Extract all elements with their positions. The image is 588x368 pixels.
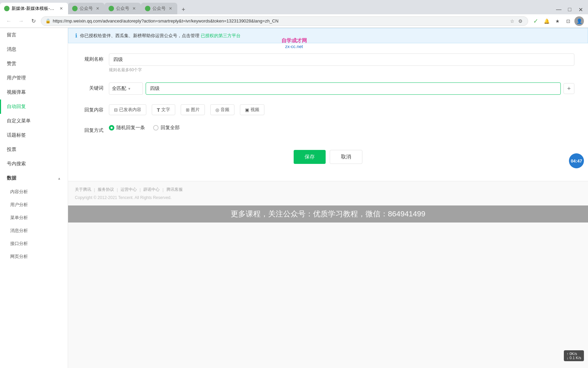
sidebar-group-data[interactable]: 数据 ▲ — [0, 171, 68, 185]
form-area: 规则名称 规则名最多60个字 关键词 全匹配 ▼ + — [68, 43, 588, 181]
sidebar-item-auto-reply[interactable]: 自动回复 — [0, 99, 68, 114]
footer-link-support[interactable]: 腾讯客服 — [166, 187, 183, 193]
cancel-button[interactable]: 取消 — [330, 150, 362, 164]
tab-favicon-1 — [4, 6, 10, 11]
download-speed: ↓ 0.1 K/s — [567, 356, 581, 360]
new-tab-button[interactable]: + — [179, 5, 188, 14]
chevron-up-icon: ▲ — [58, 177, 61, 180]
sidebar-item-vote[interactable]: 投票 — [0, 142, 68, 157]
url-bar[interactable]: 🔒 https://mp.weixin.qq.com/advanced/auto… — [41, 16, 528, 26]
keyword-label: 关键词 — [82, 82, 109, 91]
reply-btn-video[interactable]: ▣ 视频 — [240, 104, 264, 115]
sidebar-sub-user-analysis[interactable]: 用户分析 — [0, 198, 68, 211]
reply-method-all[interactable]: 回复全部 — [153, 125, 180, 131]
published-icon: ⊟ — [114, 107, 118, 112]
footer-link-terms[interactable]: 服务协议 — [98, 187, 114, 193]
keyword-control: 全匹配 ▼ + — [109, 82, 574, 95]
radio-all-dot — [153, 125, 159, 131]
reply-btn-text[interactable]: T 文字 — [152, 104, 175, 115]
reload-button[interactable]: ↻ — [29, 16, 38, 26]
info-banner-link[interactable]: 已授权的第三方平台 — [201, 33, 241, 38]
footer-copyright: Copyright © 2012-2021 Tencent. All Right… — [75, 195, 581, 200]
sidebar-item-messages[interactable]: 消息 — [0, 42, 68, 57]
sidebar-sub-page-analysis[interactable]: 网页分析 — [0, 250, 68, 263]
sidebar-item-video-danmu[interactable]: 视频弹幕 — [0, 85, 68, 99]
reply-btn-published[interactable]: ⊟ 已发表内容 — [109, 104, 146, 115]
rule-name-label: 规则名称 — [82, 53, 109, 62]
address-bar: ← → ↻ 🔒 https://mp.weixin.qq.com/advance… — [0, 14, 588, 28]
save-button[interactable]: 保存 — [294, 150, 326, 164]
bookmark-icon[interactable]: ☆ — [509, 18, 516, 25]
profile-btn[interactable]: 👤 — [574, 16, 584, 26]
restore-button[interactable]: □ — [565, 5, 574, 14]
rule-name-hint: 规则名最多60个字 — [109, 67, 574, 73]
reply-method-random[interactable]: 随机回复一条 — [109, 125, 145, 131]
reply-content-buttons: ⊟ 已发表内容 T 文字 ⊞ 图片 ◎ 音频 — [109, 104, 574, 115]
keyword-input-row: 全匹配 ▼ + — [109, 82, 574, 95]
info-icon: ℹ — [75, 32, 77, 39]
forward-button[interactable]: → — [16, 16, 26, 26]
footer-link-operations[interactable]: 运营中心 — [120, 187, 137, 193]
tab-1[interactable]: 新媒体-新媒体模板-新媒体图片… ✕ — [0, 3, 68, 14]
reply-method-control: 随机回复一条 回复全部 — [109, 125, 574, 131]
tab-bar: 新媒体-新媒体模板-新媒体图片… ✕ 公众号 ✕ 公众号 ✕ 公众号 ✕ + —… — [0, 0, 588, 14]
reply-content-row: 回复内容 ⊟ 已发表内容 T 文字 ⊞ 图片 — [82, 104, 574, 115]
page-wrapper: 留言 消息 赞赏 用户管理 视频弹幕 自动回复 自定义菜单 话题标签 投票 号内… — [0, 28, 588, 368]
extension-btn-2[interactable]: 🔔 — [542, 16, 551, 26]
image-icon: ⊞ — [186, 107, 190, 112]
add-keyword-button[interactable]: + — [564, 83, 574, 94]
close-window-button[interactable]: ✕ — [576, 5, 585, 14]
tab-title-4: 公众号 — [152, 5, 166, 12]
extension-btn-4[interactable]: ⊡ — [564, 16, 573, 26]
tab-close-1[interactable]: ✕ — [59, 6, 64, 11]
reply-btn-audio[interactable]: ◎ 音频 — [210, 104, 234, 115]
browser-actions: ✓ 🔔 ★ ⊡ 👤 — [531, 16, 584, 26]
sidebar-sub-content-analysis[interactable]: 内容分析 — [0, 185, 68, 198]
radio-random-dot — [109, 125, 114, 131]
sidebar-item-user-manage[interactable]: 用户管理 — [0, 71, 68, 85]
upload-speed: ↑ 0K/s — [567, 352, 581, 356]
tab-3[interactable]: 公众号 ✕ — [104, 3, 141, 14]
tab-close-3[interactable]: ✕ — [131, 6, 137, 11]
sidebar-item-search[interactable]: 号内搜索 — [0, 157, 68, 171]
keyword-value-input[interactable] — [146, 82, 561, 95]
extension-icon[interactable]: ⚙ — [517, 18, 524, 25]
info-banner: ℹ 你已授权给壹伴、西瓜集、新榜帮助你运营公众号，点击管理 已授权的第三方平台 — [68, 28, 588, 43]
footer-link-about[interactable]: 关于腾讯 — [75, 187, 91, 193]
info-banner-text: 你已授权给壹伴、西瓜集、新榜帮助你运营公众号，点击管理 已授权的第三方平台 — [80, 33, 241, 39]
reply-content-control: ⊟ 已发表内容 T 文字 ⊞ 图片 ◎ 音频 — [109, 104, 574, 115]
tab-close-4[interactable]: ✕ — [168, 6, 173, 11]
lock-icon: 🔒 — [45, 18, 51, 24]
sidebar-sub-menu-analysis[interactable]: 菜单分析 — [0, 211, 68, 224]
window-controls: — □ ✕ — [554, 5, 588, 14]
sidebar-item-custom-menu[interactable]: 自定义菜单 — [0, 114, 68, 128]
extension-btn-1[interactable]: ✓ — [531, 16, 540, 26]
rule-name-input[interactable] — [109, 53, 574, 66]
footer-link-rumor[interactable]: 辟谣中心 — [143, 187, 160, 193]
rule-name-control: 规则名最多60个字 — [109, 53, 574, 73]
tab-4[interactable]: 公众号 ✕ — [141, 3, 177, 14]
tab-title-2: 公众号 — [80, 5, 93, 12]
back-button[interactable]: ← — [4, 16, 14, 26]
extension-btn-3[interactable]: ★ — [553, 16, 562, 26]
minimize-button[interactable]: — — [554, 5, 564, 14]
sidebar-item-topic-tags[interactable]: 话题标签 — [0, 128, 68, 142]
sidebar-item-appreciation[interactable]: 赞赏 — [0, 57, 68, 71]
reply-method-options: 随机回复一条 回复全部 — [109, 125, 574, 131]
tab-2[interactable]: 公众号 ✕ — [68, 3, 104, 14]
rule-name-row: 规则名称 规则名最多60个字 — [82, 53, 574, 73]
sidebar-sub-interface-analysis[interactable]: 接口分析 — [0, 237, 68, 250]
url-action-icons: ☆ ⚙ — [509, 18, 524, 25]
sidebar-item-comments[interactable]: 留言 — [0, 28, 68, 42]
keyword-match-type-select[interactable]: 全匹配 ▼ — [109, 82, 143, 95]
sidebar-sub-message-analysis[interactable]: 消息分析 — [0, 224, 68, 237]
keyword-row: 关键词 全匹配 ▼ + — [82, 82, 574, 95]
tab-favicon-3 — [109, 6, 114, 11]
reply-btn-image[interactable]: ⊞ 图片 — [181, 104, 205, 115]
tab-favicon-4 — [145, 6, 150, 11]
browser-chrome: 新媒体-新媒体模板-新媒体图片… ✕ 公众号 ✕ 公众号 ✕ 公众号 ✕ + —… — [0, 0, 588, 28]
text-icon: T — [157, 107, 160, 113]
footer-links: 关于腾讯 | 服务协议 | 运营中心 | 辟谣中心 | 腾讯客服 — [75, 187, 581, 193]
tab-close-2[interactable]: ✕ — [95, 6, 100, 11]
sidebar: 留言 消息 赞赏 用户管理 视频弹幕 自动回复 自定义菜单 话题标签 投票 号内… — [0, 28, 68, 368]
